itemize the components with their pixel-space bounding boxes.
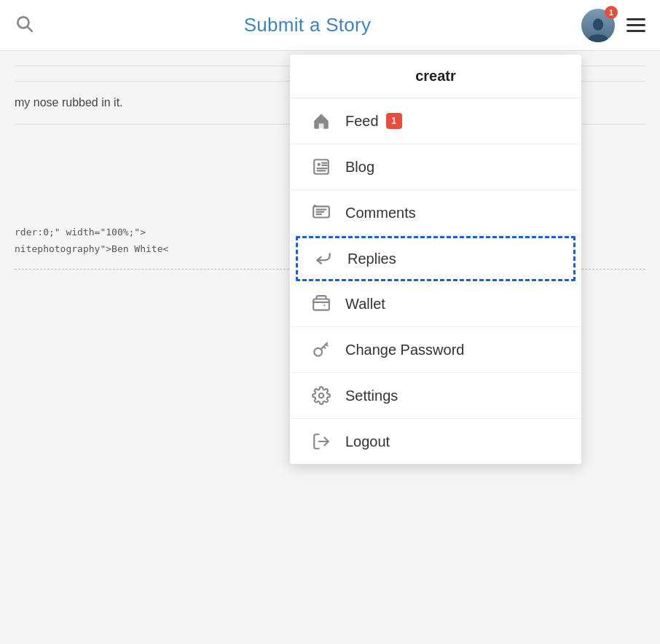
blog-label: Blog	[345, 159, 374, 176]
feed-label: Feed	[345, 113, 379, 130]
svg-point-17	[319, 393, 324, 398]
change-password-label: Change Password	[345, 342, 464, 358]
blog-icon	[310, 156, 332, 178]
avatar-button[interactable]: 1	[581, 9, 615, 42]
hamburger-menu-button[interactable]	[626, 18, 645, 32]
menu-item-replies[interactable]: Replies	[296, 236, 575, 281]
settings-label: Settings	[345, 388, 398, 404]
comments-icon	[310, 202, 332, 224]
feed-badge: 1	[386, 113, 402, 129]
menu-item-settings[interactable]: Settings	[290, 373, 581, 419]
svg-rect-3	[314, 160, 329, 174]
replies-label: Replies	[347, 251, 396, 267]
menu-item-comments[interactable]: Comments	[290, 190, 581, 236]
header-right: 1	[581, 9, 645, 42]
wallet-label: Wallet	[345, 296, 385, 313]
gear-icon	[310, 385, 332, 407]
replies-icon	[313, 248, 334, 270]
svg-rect-14	[313, 299, 329, 310]
page-title: Submit a Story	[244, 14, 372, 36]
key-icon	[310, 339, 332, 361]
logout-label: Logout	[345, 433, 390, 450]
hamburger-line-3	[626, 30, 645, 32]
wallet-icon	[310, 293, 332, 315]
menu-item-blog[interactable]: Blog	[290, 144, 581, 190]
menu-item-feed[interactable]: Feed 1	[290, 98, 581, 144]
home-icon	[310, 110, 332, 132]
menu-item-wallet[interactable]: Wallet	[290, 281, 581, 327]
hamburger-line-2	[626, 24, 645, 26]
menu-item-change-password[interactable]: Change Password	[290, 327, 581, 373]
avatar-notification-badge: 1	[605, 6, 618, 19]
header: Submit a Story 1	[0, 0, 660, 51]
comments-label: Comments	[345, 205, 416, 221]
dropdown-header: creatr	[290, 55, 581, 98]
svg-line-1	[28, 26, 32, 31]
search-icon[interactable]	[15, 14, 34, 37]
dropdown-title: creatr	[415, 68, 456, 84]
menu-item-logout[interactable]: Logout	[290, 419, 581, 464]
dropdown-menu: creatr Feed 1 Blog	[290, 55, 581, 464]
hamburger-line-1	[626, 18, 645, 20]
svg-point-4	[318, 163, 321, 166]
svg-point-2	[593, 18, 603, 30]
logout-icon	[310, 431, 332, 452]
